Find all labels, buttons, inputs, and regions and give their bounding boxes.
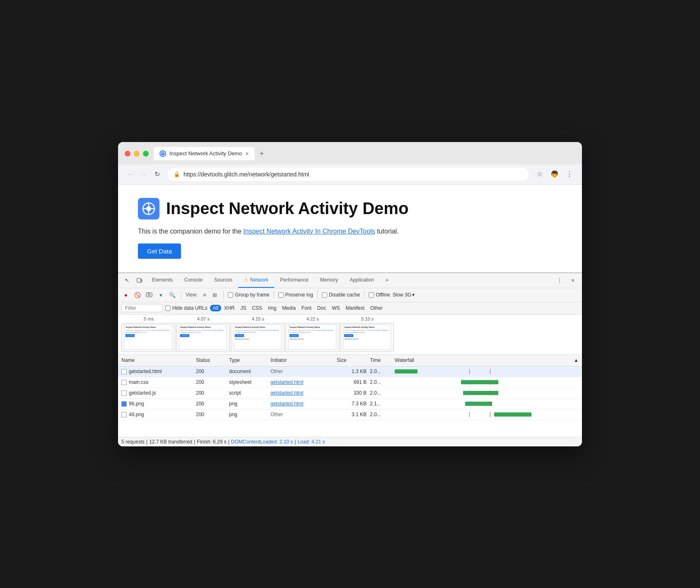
devtools-responsive-icon[interactable]: [134, 275, 145, 286]
record-button[interactable]: ●: [121, 290, 130, 299]
tab-elements[interactable]: Elements: [146, 273, 179, 288]
new-tab-button[interactable]: +: [256, 148, 268, 160]
filter-css[interactable]: CSS: [249, 305, 265, 311]
title-bar: Inspect Network Activity Demo × +: [118, 142, 582, 164]
refresh-button[interactable]: ↻: [151, 169, 163, 180]
tree-view-button[interactable]: ⊞: [210, 290, 219, 299]
devtools-close-icon[interactable]: ×: [567, 275, 579, 286]
screenshot-button[interactable]: [145, 290, 154, 299]
th-name[interactable]: Name: [121, 357, 196, 363]
filmstrip-times: 5 ms 4.07 s 4.15 s 4.22 s 5.15 s: [121, 316, 579, 321]
close-button[interactable]: [125, 151, 130, 157]
table-row[interactable]: getstarted.html 200 document Other 1.3 K…: [118, 366, 582, 377]
filter-img[interactable]: Img: [265, 305, 279, 311]
th-initiator[interactable]: Initiator: [270, 357, 337, 363]
browser-tab-active[interactable]: Inspect Network Activity Demo ×: [154, 147, 255, 160]
td-time-4: 2.0...: [370, 412, 395, 417]
tab-console[interactable]: Console: [179, 273, 208, 288]
preserve-log-checkbox[interactable]: Preserve log: [278, 292, 313, 298]
td-waterfall-4: [395, 412, 579, 417]
filter-other[interactable]: Other: [367, 305, 386, 311]
td-initiator-2[interactable]: getstarted.html: [270, 390, 337, 396]
filter-doc[interactable]: Doc: [314, 305, 329, 311]
file-icon-1: [121, 380, 127, 385]
profile-button[interactable]: 👦: [549, 169, 560, 180]
maximize-button[interactable]: [143, 151, 149, 157]
tab-network[interactable]: ⚠ Network: [238, 273, 274, 288]
svg-rect-3: [137, 278, 141, 282]
filter-js[interactable]: JS: [237, 305, 249, 311]
devtools-pointer-icon[interactable]: ↖: [121, 275, 133, 286]
back-button[interactable]: ←: [125, 169, 136, 180]
group-by-frame-checkbox[interactable]: Group by frame: [228, 292, 269, 298]
fs-frame-2[interactable]: Inspect Network Activity Demo This is th…: [231, 323, 285, 352]
disable-cache-checkbox[interactable]: Disable cache: [322, 292, 360, 298]
table-row[interactable]: 48.png 200 png Other 3.1 KB 2.0...: [118, 410, 582, 420]
hide-data-urls-checkbox[interactable]: Hide data URLs: [165, 305, 208, 311]
search-button[interactable]: 🔍: [168, 290, 177, 299]
svg-point-2: [146, 206, 151, 211]
devtools-link[interactable]: Inspect Network Activity In Chrome DevTo…: [243, 228, 375, 235]
tab-memory[interactable]: Memory: [314, 273, 344, 288]
td-initiator-1[interactable]: getstarted.html: [270, 379, 337, 385]
fs-frame-content-2: Inspect Network Activity Demo This is th…: [234, 325, 281, 350]
svg-rect-5: [146, 293, 152, 297]
tab-sources[interactable]: Sources: [208, 273, 238, 288]
td-waterfall-2: [395, 390, 579, 395]
th-status[interactable]: Status: [196, 357, 229, 363]
throttle-select[interactable]: Slow 3G ▾: [393, 292, 415, 298]
table-header: Name Status Type Initiator Size Time Wat…: [118, 355, 582, 366]
address-bar-input[interactable]: 🔒 https://devtools.glitch.me/network/get…: [168, 168, 529, 181]
summary-bar: 5 requests | 12.7 KB transferred | Finis…: [118, 437, 582, 446]
filter-button[interactable]: ▾: [156, 290, 165, 299]
fs-frame-3[interactable]: Inspect Network Activity Demo This is th…: [285, 323, 339, 352]
table-row[interactable]: 96.png 200 png getstarted.html 7.3 KB 2.…: [118, 399, 582, 410]
address-url: https://devtools.glitch.me/network/getst…: [183, 171, 523, 178]
td-size-0: 1.3 KB: [337, 369, 370, 374]
svg-rect-7: [148, 292, 149, 293]
table-row[interactable]: main.css 200 stylesheet getstarted.html …: [118, 377, 582, 388]
filmstrip: 5 ms 4.07 s 4.15 s 4.22 s 5.15 s Inspect…: [118, 315, 582, 355]
th-size[interactable]: Size: [337, 357, 370, 363]
fs-frame-1[interactable]: Inspect Network Activity Demo This is th…: [176, 323, 230, 352]
filter-media[interactable]: Media: [279, 305, 299, 311]
filter-input[interactable]: [121, 304, 163, 312]
offline-checkbox[interactable]: Offline: [369, 292, 390, 298]
tab-close-icon[interactable]: ×: [246, 150, 249, 157]
bookmark-button[interactable]: ☆: [534, 169, 546, 180]
filter-manifest[interactable]: Manifest: [343, 305, 367, 311]
td-initiator-3[interactable]: getstarted.html: [270, 401, 337, 407]
td-name-4: 48.png: [121, 412, 196, 417]
devtools-right-controls: ⋮ ×: [554, 275, 579, 286]
th-waterfall[interactable]: Waterfall ▲: [395, 357, 579, 363]
clear-button[interactable]: 🚫: [133, 290, 142, 299]
tab-more[interactable]: »: [380, 273, 394, 288]
td-type-1: stylesheet: [229, 379, 270, 385]
minimize-button[interactable]: [134, 151, 140, 157]
summary-sep3: |: [228, 439, 229, 445]
filter-ws[interactable]: WS: [329, 305, 343, 311]
td-type-0: document: [229, 369, 270, 374]
get-data-button[interactable]: Get Data: [138, 243, 181, 259]
view-label: View:: [186, 292, 198, 298]
th-type[interactable]: Type: [229, 357, 270, 363]
filter-xhr[interactable]: XHR: [221, 305, 237, 311]
forward-button[interactable]: →: [138, 169, 150, 180]
td-waterfall-3: [395, 401, 579, 406]
th-time[interactable]: Time: [370, 357, 395, 363]
tabs-row: Inspect Network Activity Demo × +: [154, 147, 575, 160]
tab-application[interactable]: Application: [344, 273, 380, 288]
td-type-2: script: [229, 390, 270, 396]
fs-frame-0[interactable]: Inspect Network Activity Demo This is th…: [121, 323, 175, 352]
page-title: Inspect Network Activity Demo: [166, 199, 408, 218]
list-view-button[interactable]: ≡: [200, 290, 209, 299]
filter-font[interactable]: Font: [299, 305, 314, 311]
chrome-menu-button[interactable]: ⋮: [564, 169, 575, 180]
devtools-overflow-icon[interactable]: ⋮: [554, 275, 565, 286]
td-name-0: getstarted.html: [121, 369, 196, 374]
filter-all[interactable]: All: [210, 305, 221, 311]
tab-performance[interactable]: Performance: [274, 273, 314, 288]
td-initiator-0: Other: [270, 369, 337, 374]
fs-frame-4[interactable]: Inspect Network Activity Demo This is th…: [340, 323, 394, 352]
table-row[interactable]: getstarted.js 200 script getstarted.html…: [118, 388, 582, 399]
